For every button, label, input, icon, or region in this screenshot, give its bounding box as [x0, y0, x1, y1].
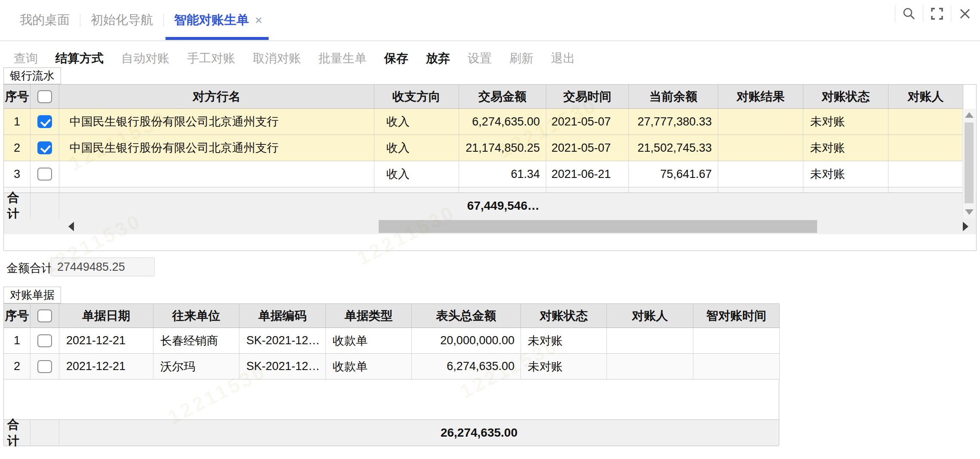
- tab-smart-reconciliation[interactable]: 智能对账生单 ×: [174, 0, 263, 40]
- row-checkbox[interactable]: [37, 115, 52, 128]
- toolbar-refresh-button[interactable]: 刷新: [509, 50, 533, 67]
- row-checkbox[interactable]: [37, 360, 52, 373]
- tab-bar: 我的桌面 初始化导航 智能对账生单 ×: [0, 0, 980, 41]
- scroll-thumb[interactable]: [379, 220, 817, 233]
- bank-flow-section-tab[interactable]: 银行流水: [3, 67, 61, 84]
- cell-balance: 21,502,745.33: [629, 135, 718, 161]
- toolbar-settings-button[interactable]: 设置: [468, 50, 492, 67]
- col-header-bank[interactable]: 对方行名: [59, 85, 374, 109]
- divider: [895, 6, 895, 21]
- table-row[interactable]: 2 2021-12-21 沃尔玛 SK-2021-12… 收款单 6,274,6…: [4, 354, 779, 379]
- cell-bank: 中国民生银行股份有限公司北京通州支行: [59, 109, 374, 135]
- horizontal-scrollbar[interactable]: [4, 219, 976, 234]
- divider: [923, 6, 923, 21]
- total-label: 合计: [4, 193, 31, 219]
- col-header-person[interactable]: 对账人: [888, 85, 963, 109]
- table-row[interactable]: 3 收入 61.34 2021-06-21 75,641.67 未对账: [4, 161, 976, 187]
- cell-amount: 6,274,635.00: [459, 109, 546, 135]
- select-all-checkbox[interactable]: [37, 90, 52, 103]
- row-checkbox[interactable]: [37, 334, 52, 347]
- divider: [951, 6, 951, 21]
- select-all-checkbox-cell: [31, 85, 59, 109]
- bank-flow-total-row: 合计 67,449,546…: [4, 193, 976, 219]
- partial-row-sliver: [4, 187, 976, 193]
- col-header-time[interactable]: 智对账时间: [693, 304, 780, 328]
- tab-label: 我的桌面: [20, 12, 70, 29]
- cell-partner: 沃尔玛: [153, 354, 239, 379]
- scroll-up-arrow[interactable]: [965, 112, 974, 118]
- cell-balance: 27,777,380.33: [629, 109, 718, 135]
- scroll-down-arrow[interactable]: [965, 209, 974, 215]
- col-header-type[interactable]: 单据类型: [326, 304, 412, 328]
- select-all-checkbox[interactable]: [37, 309, 52, 322]
- row-checkbox-cell: [31, 135, 59, 161]
- row-no: 1: [4, 328, 31, 354]
- row-checkbox[interactable]: [37, 141, 52, 154]
- col-header-no[interactable]: 序号: [4, 85, 31, 109]
- col-header-result[interactable]: 对账结果: [718, 85, 803, 109]
- cell-type: 收款单: [326, 328, 412, 354]
- cell-person: [607, 328, 693, 354]
- table-row[interactable]: 2 中国民生银行股份有限公司北京通州支行 收入 21,174,850.25 20…: [4, 135, 976, 161]
- cell-direction: 收入: [374, 135, 459, 161]
- cell-person: [888, 135, 963, 161]
- row-checkbox[interactable]: [37, 168, 52, 181]
- fullscreen-icon[interactable]: [930, 6, 944, 21]
- col-header-status[interactable]: 对账状态: [521, 304, 607, 328]
- cell-person: [888, 161, 963, 187]
- cell-time: [693, 354, 780, 379]
- col-header-amount[interactable]: 表头总金额: [412, 304, 521, 328]
- row-checkbox-cell: [31, 328, 59, 354]
- toolbar: 查询 结算方式 自动对账 手工对账 取消对账 批量生单 保存 放弃 设置 刷新 …: [0, 42, 980, 75]
- col-header-code[interactable]: 单据编码: [239, 304, 326, 328]
- col-header-balance[interactable]: 当前余额: [629, 85, 718, 109]
- toolbar-save-button[interactable]: 保存: [384, 50, 408, 67]
- col-header-date[interactable]: 单据日期: [59, 304, 153, 328]
- row-no: 3: [4, 161, 31, 187]
- toolbar-exit-button[interactable]: 退出: [551, 50, 575, 67]
- col-header-amount[interactable]: 交易金额: [459, 85, 546, 109]
- col-header-status[interactable]: 对账状态: [803, 85, 888, 109]
- col-header-partner[interactable]: 往来单位: [153, 304, 239, 328]
- cell-date: 2021-12-21: [59, 328, 153, 354]
- cell-amount: 21,174,850.25: [459, 135, 546, 161]
- cell-status: 未对账: [803, 109, 888, 135]
- tab-separator: [80, 14, 80, 27]
- cell-status: 未对账: [521, 354, 607, 379]
- toolbar-cancel-recon-button[interactable]: 取消对账: [253, 50, 301, 67]
- toolbar-batch-button[interactable]: 批量生单: [318, 50, 367, 67]
- col-header-no[interactable]: 序号: [4, 304, 31, 328]
- toolbar-query-button[interactable]: 查询: [14, 50, 38, 67]
- tab-label: 初始化导航: [91, 12, 153, 29]
- cell-time: [693, 328, 780, 354]
- col-header-time[interactable]: 交易时间: [546, 85, 629, 109]
- empty-rows-area: [4, 379, 779, 419]
- row-checkbox-cell: [31, 109, 59, 135]
- toolbar-auto-recon-button[interactable]: 自动对账: [121, 50, 169, 67]
- cell-amount: 6,274,635.00: [412, 354, 521, 379]
- cell-balance: 75,641.67: [629, 161, 718, 187]
- col-header-person[interactable]: 对账人: [607, 304, 693, 328]
- toolbar-manual-recon-button[interactable]: 手工对账: [187, 50, 235, 67]
- search-icon[interactable]: [902, 6, 916, 21]
- amount-total-input[interactable]: [51, 257, 155, 276]
- table-row[interactable]: 1 中国民生银行股份有限公司北京通州支行 收入 6,274,635.00 202…: [4, 109, 976, 135]
- vertical-scrollbar[interactable]: [962, 109, 976, 218]
- tab-close-icon[interactable]: ×: [255, 13, 263, 28]
- cell-code: SK-2021-12…: [239, 354, 326, 379]
- row-checkbox-cell: [31, 161, 59, 187]
- scroll-thumb[interactable]: [965, 122, 974, 203]
- cell-direction: 收入: [374, 161, 459, 187]
- scroll-left-arrow[interactable]: [68, 222, 74, 231]
- tab-my-desktop[interactable]: 我的桌面: [20, 0, 70, 40]
- documents-section-tab[interactable]: 对账单据: [3, 287, 61, 303]
- scroll-right-arrow[interactable]: [963, 222, 968, 231]
- table-row[interactable]: 1 2021-12-21 长春经销商 SK-2021-12… 收款单 20,00…: [4, 328, 779, 354]
- tab-init-navigation[interactable]: 初始化导航: [91, 0, 153, 40]
- toolbar-settlement-button[interactable]: 结算方式: [55, 50, 104, 67]
- toolbar-abandon-button[interactable]: 放弃: [426, 50, 450, 67]
- close-icon[interactable]: [958, 6, 972, 21]
- tab-separator: [163, 14, 164, 27]
- row-no: 1: [4, 109, 31, 135]
- col-header-direction[interactable]: 收支方向: [374, 85, 459, 109]
